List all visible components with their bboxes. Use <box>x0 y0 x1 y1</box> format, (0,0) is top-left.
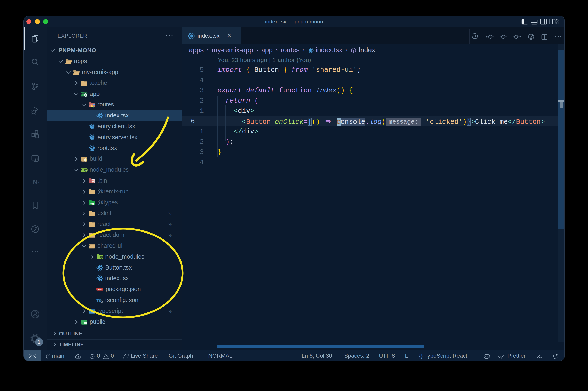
svg-text:npm: npm <box>98 288 102 291</box>
svg-text:TS: TS <box>91 202 94 205</box>
svg-text:10: 10 <box>92 181 94 183</box>
svg-text:JS: JS <box>85 170 87 172</box>
svg-text:≥: ≥ <box>36 180 39 185</box>
svg-text:TS: TS <box>97 299 101 303</box>
svg-text:TS: TS <box>91 311 94 314</box>
svg-text:JS: JS <box>100 257 102 258</box>
